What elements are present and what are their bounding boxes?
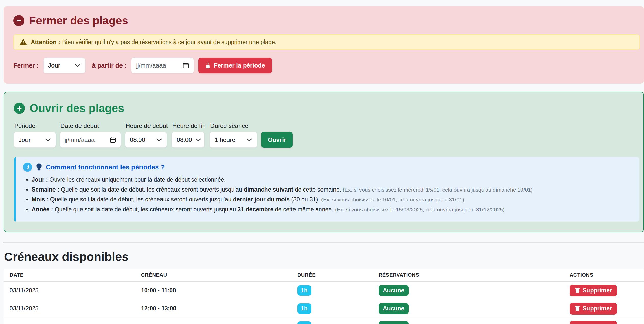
close-form: Fermer : Jour à partir de : jj/mm/aaaa F… xyxy=(13,58,640,73)
slots-title: Créneaux disponibles xyxy=(4,250,644,264)
duration-badge: 1h xyxy=(297,285,311,296)
end-time-select[interactable]: 08:00 xyxy=(172,132,204,148)
close-date-input[interactable]: jj/mm/aaaa xyxy=(131,58,194,73)
close-slots-panel: − Fermer des plages Attention : Bien vér… xyxy=(4,6,644,84)
reservations-badge: Aucune xyxy=(379,303,409,314)
start-date-label: Date de début xyxy=(60,122,121,129)
from-date-label: à partir de : xyxy=(92,62,127,69)
slot-time: 12:00 - 13:00 xyxy=(135,300,291,318)
duration-select[interactable]: 1 heure xyxy=(210,132,257,148)
chevron-down-icon xyxy=(45,138,51,142)
slot-date: 03/11/2025 xyxy=(4,281,135,300)
delete-button[interactable]: Supprimer xyxy=(570,321,617,324)
info-title-text: Comment fonctionnent les périodes ? xyxy=(46,163,165,171)
col-header-actions: ACTIONS xyxy=(564,269,644,281)
open-button[interactable]: Ouvrir xyxy=(261,132,293,148)
close-slots-title: − Fermer des plages xyxy=(13,14,640,28)
chevron-down-icon xyxy=(75,64,81,67)
close-period-button[interactable]: Fermer la période xyxy=(198,58,272,73)
lightbulb-icon xyxy=(36,163,42,171)
trash-icon xyxy=(575,288,580,293)
duration-field: Durée séance 1 heure xyxy=(210,122,257,148)
close-label: Fermer : xyxy=(13,62,39,69)
col-header-reservations: RÉSERVATIONS xyxy=(372,269,564,281)
duration-badge: 1h xyxy=(297,303,311,314)
calendar-icon[interactable] xyxy=(182,62,189,69)
start-time-select[interactable]: 08:00 xyxy=(125,132,167,148)
period-label: Période xyxy=(14,122,56,129)
slot-date: 03/11/2025 xyxy=(4,300,135,318)
open-slots-title: + Ouvrir des plages xyxy=(14,101,639,115)
duration-badge: 1h xyxy=(297,321,311,324)
end-time-field: Heure de fin 08:00 xyxy=(172,122,206,148)
open-form: Période Jour Date de début jj/mm/aaaa He… xyxy=(14,122,639,148)
period-field: Période Jour xyxy=(14,122,56,148)
table-row: 03/11/2025 12:00 - 13:00 1h Aucune Suppr… xyxy=(4,318,644,324)
start-time-field: Heure de début 08:00 xyxy=(125,122,168,148)
slot-date: 03/11/2025 xyxy=(4,318,135,324)
chevron-down-icon xyxy=(156,138,162,142)
calendar-icon[interactable] xyxy=(110,137,116,143)
section-divider xyxy=(3,242,644,243)
info-title-row: i Comment fonctionnent les périodes ? xyxy=(23,163,632,172)
start-date-input[interactable]: jj/mm/aaaa xyxy=(60,132,121,148)
warning-text: Attention : Bien vérifier qu'il n'y a pa… xyxy=(31,39,276,46)
info-bullet-jour: Jour : Ouvre les créneaux uniquement pou… xyxy=(32,176,632,184)
plus-circle-icon: + xyxy=(14,103,25,114)
close-slots-title-text: Fermer des plages xyxy=(29,14,128,28)
slots-table-card: DATE CRÉNEAU DURÉE RÉSERVATIONS ACTIONS … xyxy=(4,269,644,324)
warning-alert: Attention : Bien vérifier qu'il n'y a pa… xyxy=(13,34,640,50)
start-time-label: Heure de début xyxy=(126,122,168,129)
col-header-creneau: CRÉNEAU xyxy=(135,269,291,281)
periods-info-box: i Comment fonctionnent les périodes ? Jo… xyxy=(14,157,639,222)
info-bullet-mois: Mois : Quelle que soit la date de début,… xyxy=(32,196,632,204)
end-time-label: Heure de fin xyxy=(172,122,206,129)
close-period-select[interactable]: Jour xyxy=(43,58,85,73)
col-header-date: DATE xyxy=(4,269,135,281)
info-circle-icon: i xyxy=(23,163,32,172)
lock-icon xyxy=(205,62,211,69)
slot-time: 10:00 - 11:00 xyxy=(135,281,291,300)
table-row: 03/11/2025 12:00 - 13:00 1h Aucune Suppr… xyxy=(4,300,644,318)
open-slots-title-text: Ouvrir des plages xyxy=(30,101,124,115)
warning-triangle-icon xyxy=(20,39,27,46)
table-row: 03/11/2025 10:00 - 11:00 1h Aucune Suppr… xyxy=(4,281,644,300)
table-header-row: DATE CRÉNEAU DURÉE RÉSERVATIONS ACTIONS xyxy=(4,269,644,281)
open-slots-panel: + Ouvrir des plages Période Jour Date de… xyxy=(4,92,644,232)
period-select[interactable]: Jour xyxy=(14,132,56,148)
start-date-field: Date de début jj/mm/aaaa xyxy=(60,122,121,148)
slot-time: 12:00 - 13:00 xyxy=(135,318,291,324)
trash-icon xyxy=(575,306,580,312)
info-list: Jour : Ouvre les créneaux uniquement pou… xyxy=(32,176,632,213)
reservations-badge: Aucune xyxy=(379,321,409,324)
delete-button[interactable]: Supprimer xyxy=(570,303,617,315)
reservations-badge: Aucune xyxy=(379,285,409,296)
chevron-down-icon xyxy=(196,138,201,142)
chevron-down-icon xyxy=(247,138,252,142)
info-bullet-semaine: Semaine : Quelle que soit la date de déb… xyxy=(32,186,632,194)
info-bullet-annee: Année : Quelle que soit la date de début… xyxy=(32,206,632,213)
page: − Fermer des plages Attention : Bien vér… xyxy=(0,0,644,324)
slots-table: DATE CRÉNEAU DURÉE RÉSERVATIONS ACTIONS … xyxy=(4,269,644,324)
col-header-duree: DURÉE xyxy=(291,269,372,281)
delete-button[interactable]: Supprimer xyxy=(570,285,617,296)
duration-label: Durée séance xyxy=(210,122,257,129)
minus-circle-icon: − xyxy=(13,15,24,26)
